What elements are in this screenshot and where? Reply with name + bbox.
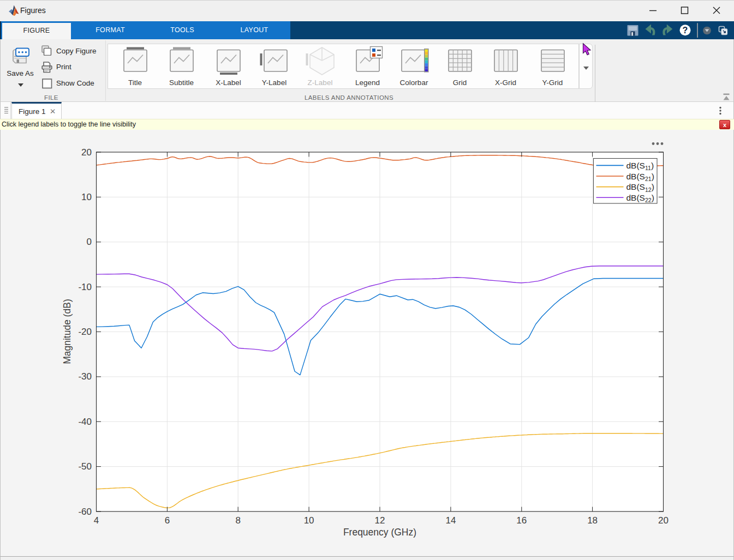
- svg-text:Frequency (GHz): Frequency (GHz): [343, 527, 416, 538]
- svg-text:-20: -20: [78, 327, 92, 337]
- svg-text:-30: -30: [78, 371, 92, 382]
- svg-text:8: 8: [235, 515, 240, 526]
- svg-text:10: 10: [304, 515, 314, 526]
- svg-text:20: 20: [81, 147, 92, 158]
- svg-text:?: ?: [683, 26, 688, 35]
- svg-text:-50: -50: [78, 461, 92, 472]
- svg-text:14: 14: [445, 515, 456, 526]
- svg-text:-10: -10: [78, 282, 92, 292]
- svg-text:0: 0: [87, 237, 92, 247]
- svg-text:10: 10: [81, 192, 92, 202]
- svg-text:6: 6: [165, 515, 170, 526]
- svg-text:-40: -40: [78, 417, 92, 427]
- svg-text:12: 12: [375, 515, 385, 526]
- svg-text:18: 18: [587, 515, 598, 526]
- svg-text:-60: -60: [78, 507, 92, 517]
- svg-text:20: 20: [658, 515, 669, 526]
- svg-text:16: 16: [516, 515, 527, 526]
- svg-text:4: 4: [94, 515, 99, 526]
- svg-text:Magnitude (dB): Magnitude (dB): [62, 299, 73, 364]
